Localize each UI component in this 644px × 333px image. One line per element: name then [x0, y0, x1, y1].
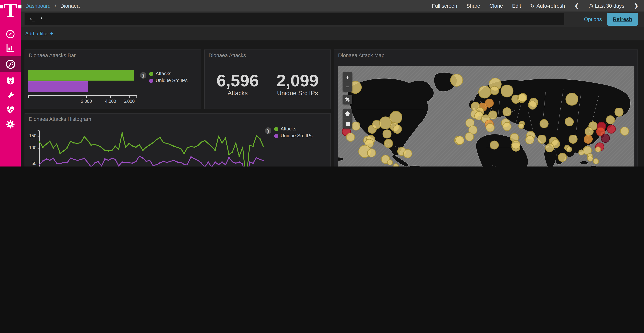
refresh-button[interactable]: Refresh — [607, 13, 638, 26]
zoom-out-button[interactable]: − — [343, 82, 352, 92]
attack-location-dot — [558, 153, 566, 162]
y-tick-label: 50 — [24, 161, 36, 166]
attack-location-dot — [601, 134, 610, 143]
sidebar-item-dashboard[interactable] — [0, 56, 21, 72]
legend-expand-icon[interactable]: ❯ — [265, 127, 272, 134]
sidebar-item-visualize[interactable] — [0, 41, 21, 55]
full-screen-button[interactable]: Full screen — [432, 3, 457, 9]
world-map[interactable]: + − Count 1 – 159.6159.6 – 318.2318.2 – … — [338, 66, 634, 167]
telekom-logo[interactable]: T — [0, 5, 21, 25]
sidebar-item-settings[interactable] — [0, 117, 21, 132]
attack-location-dot — [620, 127, 629, 135]
bar-unique-src-ips[interactable] — [28, 81, 88, 92]
attack-location-dot — [490, 86, 499, 95]
logo-dot-left — [0, 5, 2, 9]
attack-location-dot — [593, 159, 598, 164]
attacks-bar-chart[interactable]: 2,0004,0006,000 — [28, 70, 137, 106]
attack-location-dot — [450, 74, 463, 86]
clone-button[interactable]: Clone — [489, 3, 503, 9]
wrench-icon — [6, 90, 15, 100]
attack-location-dot — [490, 141, 498, 149]
polygon-tool-icon[interactable] — [343, 109, 352, 119]
metric-attacks: 6,596 Attacks — [216, 72, 259, 97]
metric-label: Attacks — [216, 90, 259, 97]
panel-attack-map: Dionaea Attack Map — [334, 50, 638, 167]
legend-dot — [274, 127, 278, 131]
attack-location-dot — [512, 140, 520, 149]
time-forward-button[interactable]: ❯ — [634, 3, 639, 9]
legend-dot — [149, 79, 153, 83]
filter-bar: Add a filter+ — [21, 27, 644, 41]
legend-label: Attacks — [280, 126, 296, 132]
legend-item[interactable]: Attacks — [274, 126, 312, 132]
attack-location-dot — [606, 116, 615, 124]
add-filter-button[interactable]: Add a filter+ — [25, 31, 53, 37]
sidebar-item-tpot[interactable] — [0, 73, 21, 88]
y-tick-label: 100 — [24, 146, 36, 150]
top-nav-bar: Dashboard / Dionaea Full screen Share Cl… — [21, 0, 644, 12]
attack-location-dot — [352, 122, 360, 130]
sidebar-item-monitoring[interactable] — [0, 102, 21, 117]
legend-item[interactable]: Unique Src IPs — [274, 133, 312, 139]
sidebar-item-discover[interactable] — [0, 27, 21, 42]
map-crop-control — [343, 95, 352, 104]
logo-t: T — [4, 3, 17, 19]
attack-location-dot — [478, 86, 491, 98]
bar-attacks[interactable] — [28, 70, 134, 81]
attack-location-dot — [607, 125, 616, 133]
attack-location-dot — [456, 136, 464, 144]
crop-tool-icon[interactable] — [343, 95, 352, 104]
attack-location-dot — [346, 133, 355, 141]
terminal-prompt-icon: >_ — [29, 16, 35, 22]
zoom-in-button[interactable]: + — [343, 72, 352, 82]
breadcrumb: Dashboard / Dionaea — [25, 3, 80, 9]
panel-title: Dionaea Attacks — [208, 53, 246, 58]
bar-chart-icon — [5, 43, 15, 53]
attack-location-dot — [595, 147, 601, 152]
attacks-histogram-chart[interactable]: 0501001502018-10-28 02:002018-11-04 01:0… — [25, 114, 330, 167]
gauge-icon — [5, 59, 16, 69]
kibana-dashboard: T — [0, 0, 644, 167]
attack-location-dot — [526, 136, 534, 144]
panel-title: Dionaea Attacks Bar — [29, 53, 76, 58]
legend-expand-icon[interactable]: ❯ — [140, 72, 146, 79]
breadcrumb-dashboard-link[interactable]: Dashboard — [25, 3, 50, 9]
auto-refresh-button[interactable]: ↻ Auto-refresh — [530, 3, 565, 9]
rectangle-tool-icon[interactable] — [343, 119, 352, 129]
attack-location-dot — [579, 150, 584, 155]
time-range-picker[interactable]: ◷ Last 30 days — [588, 3, 624, 9]
query-bar: >_ * Options Refresh — [21, 12, 644, 27]
legend-label: Attacks — [156, 71, 171, 76]
edit-button[interactable]: Edit — [512, 3, 521, 9]
share-button[interactable]: Share — [466, 3, 480, 9]
metric-unique-src-ips: 2,099 Unique Src IPs — [276, 72, 318, 97]
attack-location-dot — [390, 111, 402, 124]
attack-location-dot — [368, 149, 376, 157]
attack-location-dot — [404, 149, 412, 158]
legend-item[interactable]: Unique Src IPs — [149, 78, 188, 83]
search-input[interactable]: >_ * — [24, 13, 564, 25]
legend-dot — [274, 134, 278, 138]
attack-location-dots — [338, 66, 634, 167]
y-tick-label: 150 — [24, 134, 36, 138]
attack-location-dot — [566, 93, 578, 105]
map-zoom-controls: + − — [343, 72, 352, 92]
metric-value: 6,596 — [216, 72, 259, 89]
time-back-button[interactable]: ❮ — [574, 3, 580, 9]
legend-item[interactable]: Attacks — [149, 71, 188, 76]
attack-location-dot — [569, 135, 577, 143]
options-link[interactable]: Options — [584, 12, 602, 27]
legend-label: Unique Src IPs — [156, 78, 188, 83]
panel-attacks-metric: Dionaea Attacks 6,596 Attacks 2,099 Uniq… — [204, 50, 331, 109]
attack-location-dot — [518, 93, 527, 102]
attack-location-dot — [383, 130, 391, 138]
x-tick-label: 2,000 — [78, 99, 95, 104]
sidebar-item-tools[interactable] — [0, 88, 21, 102]
compass-icon — [5, 29, 15, 39]
query-text: * — [40, 16, 42, 22]
attack-location-dot — [566, 147, 572, 152]
legend: AttacksUnique Src IPs — [274, 126, 312, 139]
map-draw-controls — [343, 109, 352, 129]
attack-location-dot — [585, 127, 593, 136]
attack-location-dot — [565, 118, 574, 126]
